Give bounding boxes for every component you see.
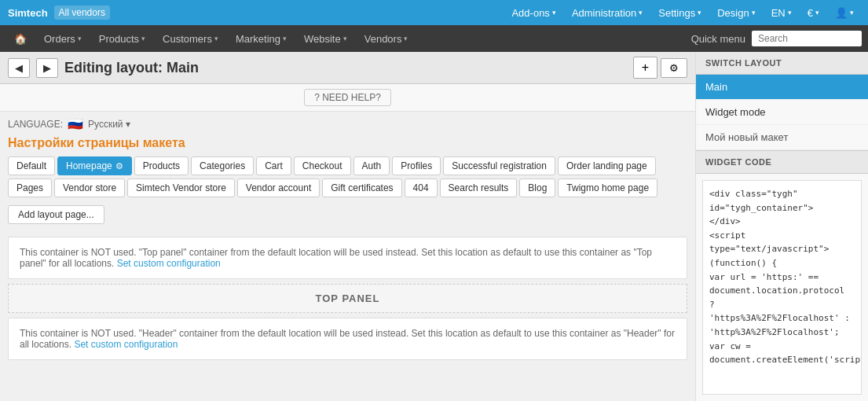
tab-404[interactable]: 404: [405, 178, 438, 197]
secondary-nav: 🏠 Orders ▾ Products ▾ Customers ▾ Market…: [0, 25, 868, 52]
tab-twigmo-home-page[interactable]: Twigmo home page: [558, 178, 657, 197]
tabs-row-1: Default Homepage ⚙ Products Categories C…: [8, 156, 687, 175]
sec-nav-left: 🏠 Orders ▾ Products ▾ Customers ▾ Market…: [6, 25, 416, 52]
widget-code-title: WIDGET CODE: [696, 150, 868, 174]
tab-order-landing-page[interactable]: Order landing page: [558, 156, 656, 175]
add-layout-button[interactable]: Add layout page...: [8, 205, 104, 224]
right-sidebar: SWITCH LAYOUT Main Widget mode Мой новый…: [695, 52, 868, 401]
language-nav[interactable]: EN ▾: [765, 7, 798, 19]
language-row: LANGUAGE: 🇷🇺 Русский ▾: [0, 112, 695, 133]
container-1-link[interactable]: Set custom configuration: [117, 258, 221, 269]
sec-nav-right: Quick menu: [691, 31, 862, 46]
tab-search-results[interactable]: Search results: [440, 178, 518, 197]
tab-products[interactable]: Products: [134, 156, 189, 175]
page-title: Editing layout: Main: [64, 60, 199, 76]
products-nav[interactable]: Products ▾: [91, 25, 153, 52]
design-nav[interactable]: Design ▾: [711, 7, 761, 19]
code-line-4: <script type="text/javascript">: [709, 229, 855, 256]
help-bar: ? NEED HELP?: [0, 84, 695, 112]
sidebar-layout-custom[interactable]: Мой новый макет: [696, 125, 868, 150]
orange-title: Настройки страницы макета: [0, 133, 695, 156]
tab-gift-certificates[interactable]: Gift certificates: [322, 178, 401, 197]
code-line-6: var url = 'https:' ==: [709, 270, 855, 285]
top-panel-label: TOP PANEL: [8, 284, 687, 313]
code-line-10: var cw =: [709, 340, 855, 354]
addons-nav[interactable]: Add-ons ▾: [505, 7, 562, 19]
code-line-9: 'http%3A%2F%2Flocalhost';: [709, 326, 855, 340]
website-nav[interactable]: Website ▾: [296, 25, 355, 52]
tab-checkout[interactable]: Checkout: [294, 156, 351, 175]
toolbar-left: ◀ ▶ Editing layout: Main: [8, 58, 199, 78]
top-bar-left: Simtech All vendors: [8, 6, 110, 20]
add-button[interactable]: +: [633, 57, 657, 79]
tab-blog[interactable]: Blog: [519, 178, 555, 197]
settings-nav[interactable]: Settings ▾: [652, 7, 708, 19]
search-input[interactable]: [752, 31, 862, 46]
top-bar-right: Add-ons ▾ Administration ▾ Settings ▾ De…: [505, 7, 860, 19]
code-line-1: <div class="tygh": [709, 187, 855, 201]
homepage-gear-icon[interactable]: ⚙: [115, 161, 123, 171]
tab-vendor-account[interactable]: Vendor account: [237, 178, 320, 197]
top-bar: Simtech All vendors Add-ons ▾ Administra…: [0, 0, 868, 25]
customers-nav[interactable]: Customers ▾: [155, 25, 226, 52]
language-name[interactable]: Русский ▾: [88, 119, 130, 130]
code-line-7: document.location.protocol ?: [709, 284, 855, 311]
tab-successful-registration[interactable]: Successful registration: [443, 156, 555, 175]
home-nav[interactable]: 🏠: [6, 25, 35, 52]
tab-categories[interactable]: Categories: [191, 156, 254, 175]
code-line-5: (function() {: [709, 256, 855, 270]
orders-nav[interactable]: Orders ▾: [36, 25, 90, 52]
sidebar-layout-main[interactable]: Main: [696, 75, 868, 100]
user-nav[interactable]: 👤 ▾: [829, 7, 860, 19]
tab-homepage[interactable]: Homepage ⚙: [57, 156, 132, 175]
tab-default[interactable]: Default: [8, 156, 55, 175]
forward-button[interactable]: ▶: [36, 58, 58, 78]
switch-layout-title: SWITCH LAYOUT: [696, 52, 868, 75]
tabs-container: Default Homepage ⚙ Products Categories C…: [0, 156, 695, 197]
need-help-button[interactable]: ? NEED HELP?: [304, 89, 391, 106]
settings-button[interactable]: ⚙: [661, 58, 687, 78]
tab-profiles[interactable]: Profiles: [392, 156, 441, 175]
vendors-nav[interactable]: Vendors ▾: [357, 25, 416, 52]
tab-auth[interactable]: Auth: [353, 156, 390, 175]
sidebar-layout-widget-mode[interactable]: Widget mode: [696, 100, 868, 125]
tab-pages[interactable]: Pages: [8, 178, 52, 197]
container-2-link[interactable]: Set custom configuration: [74, 339, 178, 350]
tabs-row-2: Pages Vendor store Simtech Vendor store …: [8, 178, 687, 197]
container-1-text: This container is NOT used. "Top panel" …: [20, 247, 652, 269]
container-2: This container is NOT used. "Header" con…: [8, 318, 687, 360]
code-line-8: 'https%3A%2F%2Flocalhost' :: [709, 311, 855, 326]
code-line-2: id="tygh_container">: [709, 201, 855, 215]
tab-cart[interactable]: Cart: [256, 156, 291, 175]
toolbar-right: + ⚙: [633, 57, 687, 79]
widget-code-box: <div class="tygh" id="tygh_container"> <…: [702, 180, 862, 395]
tab-simtech-vendor-store[interactable]: Simtech Vendor store: [127, 178, 235, 197]
currency-nav[interactable]: € ▾: [801, 7, 826, 19]
main-content: ◀ ▶ Editing layout: Main + ⚙ ? NEED HELP…: [0, 52, 695, 401]
code-line-3: </div>: [709, 215, 855, 229]
administration-nav[interactable]: Administration ▾: [566, 7, 649, 19]
back-button[interactable]: ◀: [8, 58, 30, 78]
language-label: LANGUAGE:: [8, 119, 63, 130]
content-area: ◀ ▶ Editing layout: Main + ⚙ ? NEED HELP…: [0, 52, 868, 401]
language-flag: 🇷🇺: [68, 116, 83, 131]
tab-vendor-store[interactable]: Vendor store: [54, 178, 125, 197]
code-line-11: document.createElement('script');: [709, 353, 855, 367]
container-1: This container is NOT used. "Top panel" …: [8, 237, 687, 279]
toolbar: ◀ ▶ Editing layout: Main + ⚙: [0, 52, 695, 84]
vendor-select[interactable]: All vendors: [54, 6, 110, 20]
quick-menu-label: Quick menu: [691, 33, 745, 45]
add-layout-row: Add layout page...: [0, 200, 695, 232]
marketing-nav[interactable]: Marketing ▾: [228, 25, 295, 52]
logo: Simtech: [8, 7, 48, 19]
